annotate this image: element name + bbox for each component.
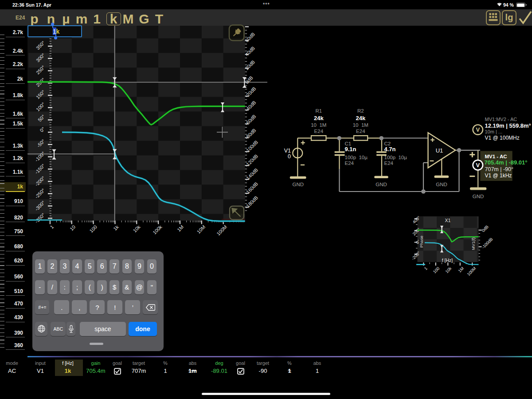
svg-text:X1: X1 <box>445 218 451 223</box>
svg-text:GND: GND <box>293 182 304 187</box>
svg-text:100M: 100M <box>466 266 477 277</box>
svg-text:V1 @ 100MHz: V1 @ 100MHz <box>485 135 520 141</box>
svg-text:-80dB: -80dB <box>244 127 257 140</box>
svg-text:100M: 100M <box>215 224 228 236</box>
svg-text:-140dB: -140dB <box>244 167 259 182</box>
svg-text:0dB: 0dB <box>481 224 489 233</box>
svg-text:10 1M: 10 1M <box>353 122 368 128</box>
svg-text:V: V <box>476 162 480 168</box>
svg-text:-160dB: -160dB <box>244 181 259 196</box>
svg-text:V1 @ 1kHz: V1 @ 1kHz <box>485 172 512 179</box>
svg-text:GND: GND <box>376 182 387 187</box>
svg-text:MV1(f): MV1(f) <box>471 238 476 250</box>
svg-text:R2: R2 <box>357 108 364 113</box>
svg-text:100p 10µ: 100p 10µ <box>345 155 368 160</box>
svg-text:E24: E24 <box>345 160 354 166</box>
svg-text:-180dB: -180dB <box>244 195 259 210</box>
svg-text:20dB: 20dB <box>244 59 256 71</box>
svg-text:V: V <box>476 126 480 133</box>
svg-text:10: 10 <box>69 224 76 231</box>
svg-text:40dB: 40dB <box>244 45 256 57</box>
svg-text:10M: 10M <box>196 224 207 235</box>
svg-text:9.1n: 9.1n <box>345 146 356 153</box>
svg-text:1: 1 <box>423 266 428 271</box>
svg-text:100: 100 <box>432 266 440 274</box>
svg-text:-100dB: -100dB <box>244 139 259 154</box>
svg-text:-60dB: -60dB <box>244 113 257 126</box>
svg-text:100: 100 <box>89 224 98 233</box>
svg-text:E24: E24 <box>314 129 324 134</box>
svg-text:10m | ...: 10m | ... <box>485 129 503 134</box>
svg-text:Phase: Phase <box>419 236 424 248</box>
svg-text:705.4m | -89.01°: 705.4m | -89.01° <box>485 159 528 166</box>
svg-text:0: 0 <box>288 153 291 160</box>
svg-text:707m | -90°: 707m | -90° <box>485 166 514 172</box>
svg-text:E24: E24 <box>384 160 394 166</box>
svg-text:1M: 1M <box>176 224 184 232</box>
svg-text:60dB: 60dB <box>244 31 256 43</box>
svg-text:24k: 24k <box>356 115 365 121</box>
svg-text:MV1 - AC: MV1 - AC <box>485 154 507 159</box>
svg-text:0dB: 0dB <box>244 75 254 85</box>
svg-text:10 1M: 10 1M <box>311 122 326 128</box>
svg-text:E24: E24 <box>356 129 365 134</box>
svg-text:V1: V1 <box>284 148 291 154</box>
svg-text:GND: GND <box>436 182 447 187</box>
svg-text:MV1:MV2 - AC: MV1:MV2 - AC <box>485 117 517 122</box>
svg-text:1M: 1M <box>457 266 465 274</box>
svg-text:R1: R1 <box>315 108 322 113</box>
svg-text:24k: 24k <box>314 115 324 121</box>
svg-text:-120dB: -120dB <box>244 153 259 168</box>
svg-text:100k: 100k <box>152 224 163 235</box>
svg-text:-100dB: -100dB <box>481 237 493 250</box>
svg-text:100p 10µ: 100p 10µ <box>384 155 407 160</box>
svg-text:U1: U1 <box>436 147 443 154</box>
svg-text:10k: 10k <box>444 266 453 274</box>
svg-text:f [Hz]: f [Hz] <box>442 258 453 263</box>
svg-text:1: 1 <box>49 224 55 230</box>
svg-text:10k: 10k <box>132 224 141 233</box>
svg-text:4.7n: 4.7n <box>384 146 396 153</box>
svg-text:1k: 1k <box>112 224 120 231</box>
svg-text:12.19m | 559.8m°: 12.19m | 559.8m° <box>485 122 531 129</box>
svg-text:GND: GND <box>473 194 484 199</box>
svg-text:-40dB: -40dB <box>244 100 257 113</box>
